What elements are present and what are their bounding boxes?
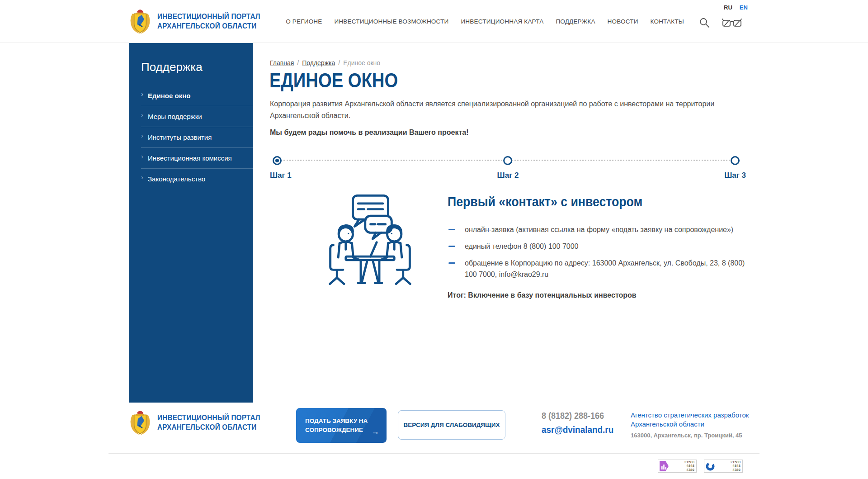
intro-bold-paragraph: Мы будем рады помочь в реализации Вашего… [270,128,468,137]
arrow-right-icon [371,427,379,436]
meeting-illustration [324,192,416,287]
access-button-label: ВЕРСИЯ ДЛЯ СЛАБОВИДЯЩИХ [404,422,500,428]
nav-item-map[interactable]: ИНВЕСТИЦИОННАЯ КАРТА [461,18,543,25]
accessibility-glasses-icon[interactable] [722,18,742,30]
apply-support-button[interactable]: ПОДАТЬ ЗАЯВКУ НА СОПРОВОЖДЕНИЕ [296,408,387,443]
sidebar-item-legislation[interactable]: Законодательство [141,169,253,189]
nav-item-contacts[interactable]: КОНТАКТЫ [651,18,684,25]
bullet-text: онлайн-заявка (активная ссылка на форму … [465,226,733,233]
sidebar-item-label: Единое окно [148,92,190,100]
dash-icon [448,262,455,264]
step-2-dot [503,156,512,165]
main-nav: О РЕГИОНЕ ИНВЕСТИЦИОННЫЕ ВОЗМОЖНОСТИ ИНВ… [286,0,684,43]
language-switcher: RU EN [724,4,748,11]
counter-badge-sputnik[interactable]: 21500 4848 4386 [704,460,743,473]
bullet-item: единый телефон 8 (800) 100 7000 [448,241,751,252]
apply-button-line1: ПОДАТЬ ЗАЯВКУ НА [305,417,379,426]
result-text: Итог: Включение в базу потенциальных инв… [448,291,751,299]
sidebar-item-label: Инвестиционная комиссия [148,154,232,162]
site-logo[interactable]: ИНВЕСТИЦИОННЫЙ ПОРТАЛ АРХАНГЕЛЬСКОЙ ОБЛА… [129,7,272,35]
sidebar-menu: Единое окно Меры поддержки Институты раз… [129,85,253,189]
bullet-text: обращение в Корпорацию по адресу: 163000… [465,259,745,278]
sidebar-item-label: Законодательство [148,175,205,183]
site-title-line2: АРХАНГЕЛЬСКОЙ ОБЛАСТИ [157,21,260,31]
step-1-label: Шаг 1 [270,171,292,180]
step-3-dot [731,156,740,165]
nav-item-region[interactable]: О РЕГИОНЕ [286,18,322,25]
breadcrumb-home[interactable]: Главная [270,59,294,66]
breadcrumb-support[interactable]: Поддержка [302,59,335,66]
footer-logo[interactable]: ИНВЕСТИЦИОННЫЙ ПОРТАЛ АРХАНГЕЛЬСКОЙ ОБЛА… [129,408,272,436]
chevron-right-icon [141,174,143,181]
counter-badge-metrika[interactable]: 21500 4848 4386 [658,460,697,473]
letter-c-icon [706,462,715,471]
sidebar-item-support-measures[interactable]: Меры поддержки [141,106,253,127]
header: ИНВЕСТИЦИОННЫЙ ПОРТАЛ АРХАНГЕЛЬСКОЙ ОБЛА… [0,0,868,43]
apply-button-line2: СОПРОВОЖДЕНИЕ [305,426,379,435]
breadcrumb-current: Единое окно [343,59,380,66]
bullet-item: онлайн-заявка (активная ссылка на форму … [448,224,751,235]
sidebar-support: Поддержка Единое окно Меры поддержки Инс… [129,43,253,403]
lang-en[interactable]: EN [740,4,748,11]
footer-phone: 8 (8182) 288-166 [542,411,604,421]
sidebar-item-single-window[interactable]: Единое окно [141,85,253,106]
site-title: ИНВЕСТИЦИОННЫЙ ПОРТАЛ АРХАНГЕЛЬСКОЙ ОБЛА… [157,12,260,31]
step-3-label: Шаг 3 [724,171,746,180]
breadcrumb: ГлавнаяПоддержкаЕдиное окно [270,59,380,66]
sidebar-item-label: Институты развития [148,133,212,141]
lang-ru[interactable]: RU [724,4,732,11]
nav-item-support[interactable]: ПОДДЕРЖКА [556,18,595,25]
coat-of-arms-icon [129,408,151,436]
step-1-dot [273,156,282,165]
page-title: ЕДИНОЕ ОКНО [269,69,398,92]
section-heading: Первый «контакт» с инвестором [448,194,727,209]
footer-site-title-line2: АРХАНГЕЛЬСКОЙ ОБЛАСТИ [157,422,260,432]
coat-of-arms-icon [129,7,151,35]
counter-value: 4386 [731,468,741,472]
agency-name-line2: Архангельской области [631,420,749,429]
bullet-list: онлайн-заявка (активная ссылка на форму … [448,224,751,280]
bullet-item: обращение в Корпорацию по адресу: 163000… [448,257,751,280]
step-2-label: Шаг 2 [497,171,519,180]
visit-counters: 21500 4848 4386 21500 4848 4386 [658,460,743,473]
agency-name: Агентство стратегических разработок Арха… [631,411,749,429]
nav-item-news[interactable]: НОВОСТИ [608,18,638,25]
sidebar-item-development-institutes[interactable]: Институты развития [141,127,253,148]
sidebar-item-label: Меры поддержки [148,113,202,120]
footer-divider [108,453,760,454]
breadcrumb-separator [338,59,340,66]
nav-item-opportunities[interactable]: ИНВЕСТИЦИОННЫЕ ВОЗМОЖНОСТИ [334,18,448,25]
sidebar-item-investment-commission[interactable]: Инвестиционная комиссия [141,148,253,169]
chevron-right-icon [141,90,143,98]
visually-impaired-version-button[interactable]: ВЕРСИЯ ДЛЯ СЛАБОВИДЯЩИХ [398,410,505,440]
agency-name-line1: Агентство стратегических разработок [631,411,749,420]
footer-site-title: ИНВЕСТИЦИОННЫЙ ПОРТАЛ АРХАНГЕЛЬСКОЙ ОБЛА… [157,413,260,432]
chevron-right-icon [141,111,143,119]
search-icon[interactable] [699,17,710,30]
counter-values: 21500 4848 4386 [684,460,694,472]
step-2[interactable]: Шаг 2 [497,156,519,180]
footer-email[interactable]: asr@dvinaland.ru [542,424,613,435]
step-1[interactable]: Шаг 1 [270,156,292,180]
agency-address: 163000, Архангельск, пр. Троицкий, 45 [631,432,742,439]
step-content: Первый «контакт» с инвестором онлайн-зая… [448,194,751,307]
intro-paragraph: Корпорация развития Архангельской област… [270,98,717,122]
chevron-right-icon [141,153,143,160]
sidebar-title: Поддержка [141,60,253,74]
site-title-line1: ИНВЕСТИЦИОННЫЙ ПОРТАЛ [157,12,260,21]
dash-icon [448,246,455,247]
page: ИНВЕСТИЦИОННЫЙ ПОРТАЛ АРХАНГЕЛЬСКОЙ ОБЛА… [0,0,868,479]
dash-icon [448,229,455,230]
counter-value: 4386 [684,468,694,472]
footer-site-title-line1: ИНВЕСТИЦИОННЫЙ ПОРТАЛ [157,413,260,422]
steps-timeline: Шаг 1 Шаг 2 Шаг 3 [270,156,746,184]
bar-chart-icon [660,461,669,471]
breadcrumb-separator [297,59,299,66]
step-3[interactable]: Шаг 3 [724,156,746,180]
chevron-right-icon [141,132,143,139]
bullet-text: единый телефон 8 (800) 100 7000 [465,242,579,250]
counter-values: 21500 4848 4386 [731,460,741,472]
